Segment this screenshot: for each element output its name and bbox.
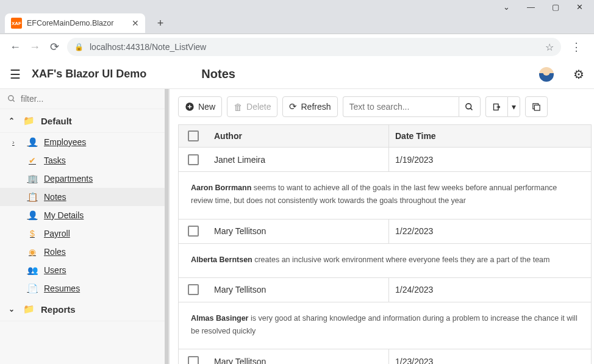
row-checkbox[interactable] [188, 154, 199, 165]
window-maximize-icon[interactable]: ▢ [552, 2, 559, 12]
table-row[interactable]: Mary Tellitson1/23/2023 [178, 349, 592, 364]
export-dropdown-toggle[interactable]: ▾ [507, 96, 520, 117]
table-row[interactable]: Mary Tellitson1/22/2023 [178, 219, 592, 244]
cell-author: Mary Tellitson [208, 357, 388, 364]
svg-point-3 [466, 103, 471, 109]
sidebar-item-resumes[interactable]: 📄Resumes [0, 279, 168, 298]
browser-menu-icon[interactable]: ⋮ [567, 40, 585, 54]
new-button[interactable]: New [178, 96, 222, 117]
url-box[interactable]: 🔒 localhost:44318/Note_ListView ☆ [67, 38, 561, 56]
nav-item-icon: 🏢 [27, 174, 38, 184]
row-detail: Alberta Berntsen creates an inclusive wo… [178, 244, 592, 278]
sidebar-item-payroll[interactable]: $Payroll [0, 224, 168, 243]
nav-item-icon: ✔ [27, 155, 38, 165]
folder-icon: 📁 [23, 115, 35, 126]
filter-input[interactable] [21, 94, 161, 104]
window-close-icon[interactable]: ✕ [576, 2, 583, 12]
browser-chrome: ⌄ — ▢ ✕ XAF EFCoreMainDemo.Blazor ✕ + [0, 0, 594, 34]
grid: Author Date Time Janet Limeira1/19/2023A… [170, 124, 594, 364]
sidebar-item-tasks[interactable]: ✔Tasks [0, 151, 168, 170]
sidebar-filter[interactable] [0, 89, 168, 109]
nav-item-label: Employees [44, 137, 86, 147]
chevron-down-icon[interactable]: ⌄ [503, 2, 510, 12]
new-tab-button[interactable]: + [152, 15, 168, 31]
nav-group-label: Default [41, 116, 72, 126]
grid-header-row: Author Date Time [178, 124, 592, 148]
tab-title: EFCoreMainDemo.Blazor [27, 19, 127, 27]
select-all-checkbox[interactable] [188, 130, 199, 141]
nav-item-icon: 👥 [27, 265, 38, 275]
address-bar: ← → ⟳ 🔒 localhost:44318/Note_ListView ☆ … [0, 34, 594, 60]
nav-item-label: Roles [44, 247, 66, 257]
nav-group-default[interactable]: ⌃ 📁 Default [0, 109, 168, 133]
delete-button: 🗑 Delete [227, 96, 277, 117]
row-detail: Aaron Borrmann seems to want to achieve … [178, 172, 592, 219]
app-title: XAF's Blazor UI Demo [32, 68, 146, 80]
refresh-button[interactable]: ⟳ Refresh [282, 96, 337, 117]
cell-datetime: 1/24/2023 [388, 278, 591, 302]
chevron-right-icon: › [12, 138, 21, 146]
tab-favicon: XAF [11, 18, 22, 29]
nav-forward-icon: → [28, 41, 41, 54]
window-minimize-icon[interactable]: — [527, 2, 535, 12]
column-header-author[interactable]: Author [208, 131, 388, 141]
sidebar-item-my-details[interactable]: 👤My Details [0, 206, 168, 224]
svg-line-1 [13, 100, 15, 102]
nav-item-icon: ◉ [27, 247, 38, 257]
nav-item-label: Notes [44, 192, 66, 202]
chevron-down-icon: ⌄ [9, 305, 17, 313]
nav-back-icon[interactable]: ← [9, 41, 22, 54]
hamburger-icon[interactable]: ☰ [10, 67, 21, 82]
cell-author: Mary Tellitson [208, 226, 388, 236]
gear-icon[interactable]: ⚙ [573, 67, 584, 82]
sidebar-item-employees[interactable]: ›👤Employees [0, 133, 168, 151]
search-button[interactable] [459, 96, 481, 117]
cell-datetime: 1/23/2023 [388, 349, 591, 364]
nav-group-label: Reports [41, 304, 76, 315]
cell-datetime: 1/19/2023 [388, 148, 591, 171]
new-button-label: New [198, 102, 215, 112]
sidebar-item-departments[interactable]: 🏢Departments [0, 170, 168, 188]
folder-icon: 📁 [23, 304, 35, 315]
table-row[interactable]: Janet Limeira1/19/2023 [178, 148, 592, 172]
cell-author: Janet Limeira [208, 155, 388, 165]
row-checkbox[interactable] [188, 356, 199, 364]
nav-item-icon: 👤 [27, 210, 38, 220]
nav-item-icon: 👤 [27, 137, 38, 147]
main-area: New 🗑 Delete ⟳ Refresh ▾ [170, 89, 594, 364]
row-detail: Almas Basinger is very good at sharing k… [178, 302, 592, 350]
row-checkbox[interactable] [188, 226, 199, 237]
search-input[interactable] [343, 96, 459, 117]
nav-item-icon: 📄 [27, 284, 38, 293]
nav-item-icon: 📋 [27, 192, 38, 202]
tab-close-icon[interactable]: ✕ [132, 18, 139, 28]
user-avatar[interactable] [539, 67, 554, 82]
lock-icon: 🔒 [74, 43, 84, 51]
browser-tab[interactable]: XAF EFCoreMainDemo.Blazor ✕ [5, 13, 145, 33]
bookmark-star-icon[interactable]: ☆ [545, 41, 554, 53]
nav-item-label: Users [44, 265, 66, 275]
nav-group-reports[interactable]: ⌄ 📁 Reports [0, 298, 168, 321]
nav-reload-icon[interactable]: ⟳ [48, 40, 61, 54]
app-header: ☰ XAF's Blazor UI Demo Notes ⚙ [0, 60, 594, 89]
sidebar-item-notes[interactable]: 📋Notes [0, 188, 168, 206]
url-text: localhost:44318/Note_ListView [90, 42, 539, 52]
cell-datetime: 1/22/2023 [388, 219, 591, 243]
nav-item-label: My Details [44, 210, 84, 220]
cell-author: Mary Tellitson [208, 285, 388, 294]
table-row[interactable]: Mary Tellitson1/24/2023 [178, 278, 592, 302]
sidebar-item-users[interactable]: 👥Users [0, 261, 168, 279]
trash-icon: 🗑 [234, 102, 243, 112]
caret-down-icon: ▾ [512, 102, 516, 112]
column-header-datetime[interactable]: Date Time [388, 125, 591, 147]
plus-circle-icon [185, 102, 195, 112]
svg-point-0 [9, 96, 13, 101]
row-checkbox[interactable] [188, 284, 199, 295]
refresh-icon: ⟳ [289, 101, 297, 112]
export-split-button[interactable]: ▾ [485, 96, 520, 117]
export-button[interactable] [485, 96, 507, 117]
svg-line-4 [470, 108, 472, 110]
column-chooser-button[interactable] [525, 96, 548, 117]
delete-button-label: Delete [246, 102, 271, 112]
sidebar-item-roles[interactable]: ◉Roles [0, 243, 168, 261]
